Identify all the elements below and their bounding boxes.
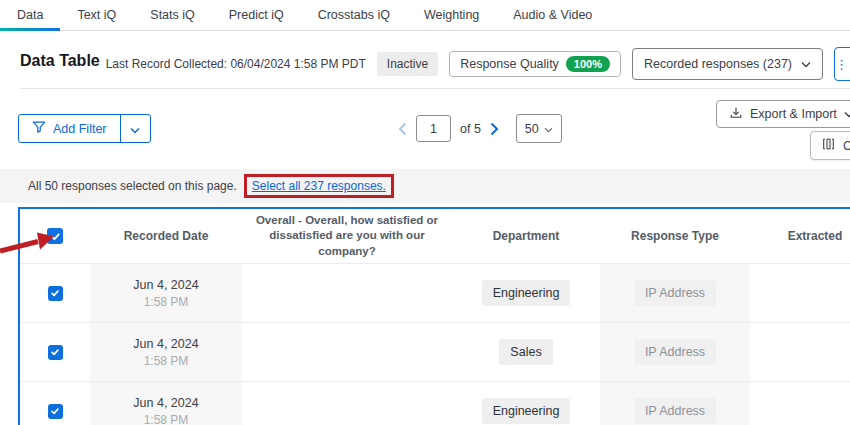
column-header-label: Department [493, 229, 560, 243]
add-filter-split-button: Add Filter [18, 114, 151, 143]
row-select-cell [20, 323, 90, 381]
selection-message: All 50 responses selected on this page. [28, 179, 237, 193]
response-type-chip: IP Address [634, 280, 716, 306]
download-icon [729, 106, 743, 123]
extracted-cell [750, 382, 850, 425]
time-value: 1:58 PM [144, 413, 189, 425]
column-header-extracted[interactable]: Extracted [750, 209, 850, 263]
filter-funnel-icon [32, 120, 46, 137]
selection-banner: All 50 responses selected on this page. … [0, 169, 850, 203]
tab-stats-iq[interactable]: Stats iQ [133, 0, 211, 30]
prev-page-button[interactable] [398, 122, 407, 136]
status-badge: Inactive [377, 52, 438, 76]
column-header-label: Response Type [631, 229, 719, 243]
data-analysis-page: Data Text iQ Stats iQ Predict iQ Crossta… [0, 0, 850, 425]
dots-grid-icon: ⋮⋮ [835, 57, 850, 72]
recorded-date-cell: Jun 4, 2024 1:58 PM [90, 264, 242, 322]
time-value: 1:58 PM [144, 295, 189, 309]
response-type-cell: IP Address [600, 382, 750, 425]
extracted-cell [750, 264, 850, 322]
tab-predict-iq[interactable]: Predict iQ [212, 0, 301, 30]
next-page-button[interactable] [490, 122, 499, 136]
response-quality-label: Response Quality [460, 57, 559, 71]
recorded-responses-dropdown[interactable]: Recorded responses (237) [632, 48, 823, 80]
department-chip: Engineering [482, 280, 571, 306]
response-quality-percent-badge: 100% [566, 56, 610, 72]
department-cell: Engineering [452, 382, 600, 425]
column-tools-button-partial[interactable]: Co [810, 131, 850, 160]
overall-cell [242, 323, 452, 381]
export-import-label: Export & Import [750, 107, 837, 121]
date-value: Jun 4, 2024 [133, 278, 198, 292]
export-import-button[interactable]: Export & Import [716, 100, 850, 128]
header-right-group: Last Record Collected: 06/04/2024 1:58 P… [106, 46, 850, 82]
page-number-input[interactable] [416, 115, 451, 142]
column-header-recorded-date[interactable]: Recorded Date [90, 209, 242, 263]
response-type-chip: IP Address [634, 339, 716, 365]
tab-text-iq[interactable]: Text iQ [60, 0, 133, 30]
department-chip: Engineering [482, 398, 571, 424]
row-checkbox[interactable] [48, 286, 63, 301]
date-value: Jun 4, 2024 [133, 337, 198, 351]
page-size-dropdown[interactable]: 50 [516, 114, 562, 143]
recorded-date-cell: Jun 4, 2024 1:58 PM [90, 323, 242, 381]
column-header-label: Extracted [788, 229, 843, 243]
column-header-response-type[interactable]: Response Type [600, 209, 750, 263]
last-record-collected: Last Record Collected: 06/04/2024 1:58 P… [106, 57, 366, 71]
data-table: Recorded Date Overall - Overall, how sat… [18, 207, 850, 425]
page-title: Data Table [20, 52, 100, 70]
tab-audio-video[interactable]: Audio & Video [496, 0, 609, 30]
department-chip: Sales [499, 339, 552, 365]
select-all-responses-link[interactable]: Select all 237 responses. [252, 179, 386, 193]
row-select-cell [20, 382, 90, 425]
column-header-label: Overall - Overall, how satisfied or diss… [242, 213, 452, 260]
table-header-row: Recorded Date Overall - Overall, how sat… [20, 209, 850, 263]
table-row: Jun 4, 2024 1:58 PM Sales IP Address [20, 322, 850, 381]
row-checkbox[interactable] [48, 345, 63, 360]
row-checkbox[interactable] [48, 404, 63, 419]
recorded-responses-label: Recorded responses (237) [644, 57, 792, 71]
tab-weighting[interactable]: Weighting [407, 0, 496, 30]
page-total-label: of 5 [460, 122, 481, 136]
row-select-cell [20, 264, 90, 322]
select-all-checkbox[interactable] [47, 228, 63, 244]
column-tools-label: Co [843, 139, 850, 153]
analysis-tabbar: Data Text iQ Stats iQ Predict iQ Crossta… [0, 0, 850, 31]
response-quality-button[interactable]: Response Quality 100% [449, 51, 621, 77]
tab-crosstabs-iq[interactable]: Crosstabs iQ [301, 0, 407, 30]
response-type-chip: IP Address [634, 398, 716, 424]
annotation-red-box: Select all 237 responses. [244, 174, 394, 198]
response-type-cell: IP Address [600, 264, 750, 322]
recorded-date-cell: Jun 4, 2024 1:58 PM [90, 382, 242, 425]
column-header-overall[interactable]: Overall - Overall, how satisfied or diss… [242, 209, 452, 263]
header-divider [20, 88, 850, 89]
chevron-down-icon [844, 107, 850, 121]
add-filter-button[interactable]: Add Filter [19, 115, 120, 142]
table-row: Jun 4, 2024 1:58 PM Engineering IP Addre… [20, 263, 850, 322]
add-filter-label: Add Filter [53, 122, 107, 136]
chevron-down-icon [801, 57, 811, 71]
overall-cell [242, 382, 452, 425]
department-cell: Engineering [452, 264, 600, 322]
columns-icon [821, 137, 836, 154]
extracted-cell [750, 323, 850, 381]
column-header-department[interactable]: Department [452, 209, 600, 263]
tools-button-partial[interactable]: ⋮⋮ [834, 47, 850, 81]
table-row: Jun 4, 2024 1:58 PM Engineering IP Addre… [20, 381, 850, 425]
date-value: Jun 4, 2024 [133, 396, 198, 410]
tab-data[interactable]: Data [0, 0, 60, 30]
chevron-down-icon [544, 122, 553, 136]
department-cell: Sales [452, 323, 600, 381]
chevron-down-icon [130, 120, 140, 138]
add-filter-caret-button[interactable] [120, 115, 150, 142]
page-size-value: 50 [525, 122, 539, 136]
select-all-header-cell [20, 209, 90, 263]
time-value: 1:58 PM [144, 354, 189, 368]
overall-cell [242, 264, 452, 322]
response-type-cell: IP Address [600, 323, 750, 381]
pagination: of 5 50 [398, 114, 562, 143]
column-header-label: Recorded Date [124, 229, 209, 243]
